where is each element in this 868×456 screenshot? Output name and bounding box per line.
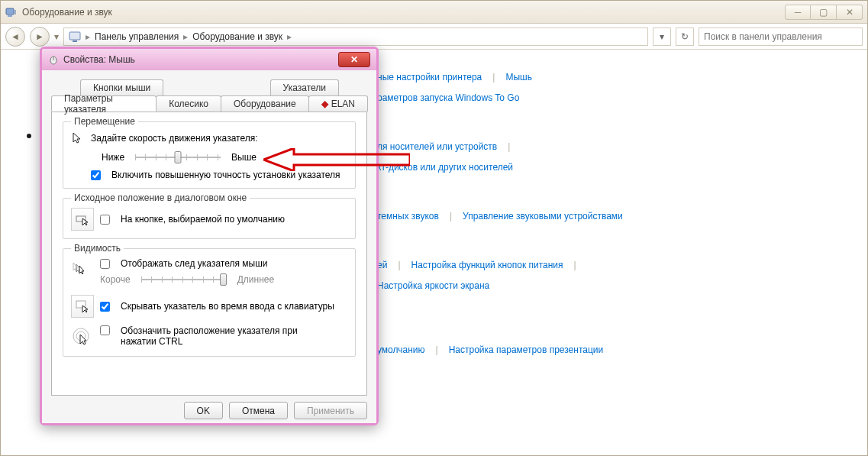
- tab-elan-label: ELAN: [331, 99, 355, 109]
- hardware-sound-icon: [5, 6, 18, 18]
- ctrl-locate-label: Обозначить расположение указателя при на…: [121, 325, 334, 347]
- link-default[interactable]: умолчанию: [377, 341, 425, 359]
- group-snap: Исходное положение в диалоговом окне На …: [63, 198, 356, 239]
- trails-label: Отображать след указателя мыши: [121, 258, 268, 269]
- enhance-precision-label: Включить повышенную точность установки у…: [111, 170, 340, 180]
- tab-elan[interactable]: ◆ELAN: [308, 95, 368, 112]
- dialog-buttons: OK Отмена Применить: [51, 402, 367, 419]
- tab-page-pointer-options: Перемещение Задайте скорость движения ук…: [51, 112, 367, 396]
- forward-button[interactable]: ►: [30, 27, 50, 47]
- cancel-button[interactable]: Отмена: [229, 402, 288, 419]
- motion-instruction: Задайте скорость движения указателя:: [91, 133, 258, 144]
- pointer-icon: [71, 131, 85, 145]
- dialog-close-button[interactable]: ✕: [338, 52, 370, 67]
- link-power-buttons[interactable]: Настройка функций кнопок питания: [411, 256, 563, 274]
- ctrl-locate-checkbox[interactable]: [100, 325, 110, 335]
- svg-rect-2: [69, 32, 80, 40]
- tab-pointers[interactable]: Указатели: [270, 79, 339, 95]
- trails-illustration-icon: [71, 258, 94, 281]
- elan-logo-icon: ◆: [321, 99, 328, 109]
- link-system-sounds[interactable]: темных звуков: [377, 207, 439, 225]
- mouse-properties-dialog: Свойства: Мышь ✕ Кнопки мыши Указатели П…: [40, 47, 379, 425]
- svg-rect-3: [73, 40, 77, 42]
- svg-rect-1: [8, 15, 12, 17]
- trails-short-label: Короче: [100, 274, 131, 285]
- group-snap-title: Исходное положение в диалоговом окне: [71, 192, 250, 203]
- maximize-button[interactable]: ▢: [811, 5, 837, 20]
- breadcrumb-seg-1[interactable]: Панель управления: [95, 31, 179, 42]
- dialog-title: Свойства: Мышь: [63, 54, 334, 65]
- explorer-title: Оборудование и звук: [22, 7, 780, 18]
- control-panel-icon: [69, 31, 81, 43]
- mouse-icon: [48, 54, 59, 65]
- trails-checkbox[interactable]: [100, 259, 110, 269]
- explorer-titlebar: Оборудование и звук ─ ▢ ✕: [1, 1, 867, 24]
- tab-hardware[interactable]: Оборудование: [221, 95, 309, 112]
- link-printer-settings[interactable]: ные настройки принтера: [377, 68, 482, 86]
- breadcrumb-seg-2[interactable]: Оборудование и звук: [192, 31, 282, 42]
- dialog-body: Кнопки мыши Указатели Параметры указател…: [42, 70, 376, 423]
- ctrl-locate-illustration-icon: [71, 325, 94, 348]
- chevron-right-icon: ▸: [287, 31, 292, 42]
- link-windows-to-go[interactable]: раметров запуска Windows To Go: [377, 89, 519, 107]
- link-autoplay-discs[interactable]: кт-дисков или других носителей: [377, 158, 513, 176]
- address-dropdown[interactable]: ▾: [653, 27, 671, 46]
- back-button[interactable]: ◄: [5, 27, 25, 47]
- chevron-right-icon: ▸: [183, 31, 188, 42]
- trails-length-slider: [141, 272, 227, 287]
- dialog-titlebar[interactable]: Свойства: Мышь ✕: [42, 49, 376, 70]
- snap-to-checkbox[interactable]: [100, 215, 110, 225]
- refresh-button[interactable]: ↻: [676, 27, 694, 46]
- link-presentation[interactable]: Настройка параметров презентации: [449, 341, 604, 359]
- snap-to-label: На кнопке, выбираемой по умолчанию: [121, 214, 285, 225]
- tab-row-bottom: Параметры указателя Колесико Оборудовани…: [51, 95, 367, 112]
- window-buttons: ─ ▢ ✕: [785, 5, 863, 20]
- close-button[interactable]: ✕: [837, 5, 863, 20]
- link-sound-devices[interactable]: Управление звуковыми устройствами: [463, 207, 623, 225]
- hide-typing-checkbox[interactable]: [100, 302, 110, 312]
- group-motion: Перемещение Задайте скорость движения ук…: [63, 121, 356, 189]
- chevron-right-icon: ▸: [86, 31, 90, 42]
- breadcrumb[interactable]: ▸ Панель управления ▸ Оборудование и зву…: [63, 27, 648, 46]
- link-autoplay-media[interactable]: ля носителей или устройств: [377, 137, 497, 156]
- svg-rect-0: [6, 8, 14, 15]
- hide-typing-label: Скрывать указатель во время ввода с клав…: [121, 301, 334, 312]
- motion-slow-label: Ниже: [102, 152, 124, 163]
- group-visibility-title: Видимость: [71, 243, 124, 254]
- link-mouse[interactable]: Мышь: [505, 68, 532, 86]
- motion-fast-label: Выше: [231, 152, 257, 163]
- explorer-navbar: ◄ ► ▾ ▸ Панель управления ▸ Оборудование…: [1, 24, 867, 50]
- pointer-speed-slider[interactable]: [135, 150, 221, 165]
- ok-button[interactable]: OK: [184, 402, 223, 419]
- enhance-precision-checkbox[interactable]: [91, 170, 101, 180]
- hide-typing-illustration-icon: [71, 295, 94, 318]
- tab-wheel[interactable]: Колесико: [156, 95, 221, 112]
- tab-pointer-options[interactable]: Параметры указателя: [51, 95, 156, 112]
- group-motion-title: Перемещение: [71, 116, 138, 127]
- apply-button[interactable]: Применить: [294, 402, 367, 419]
- search-input[interactable]: [699, 27, 863, 46]
- history-dropdown-icon[interactable]: ▾: [54, 31, 59, 42]
- link-power[interactable]: ей: [377, 256, 387, 274]
- snap-illustration-icon: [71, 208, 94, 231]
- group-visibility: Видимость Отображать след указателя мыши…: [63, 248, 356, 357]
- trails-long-label: Длиннее: [237, 274, 274, 285]
- minimize-button[interactable]: ─: [785, 5, 811, 20]
- task-links: ные настройки принтера | Мышь раметров з…: [377, 66, 846, 361]
- link-brightness[interactable]: Настройка яркости экрана: [377, 277, 489, 295]
